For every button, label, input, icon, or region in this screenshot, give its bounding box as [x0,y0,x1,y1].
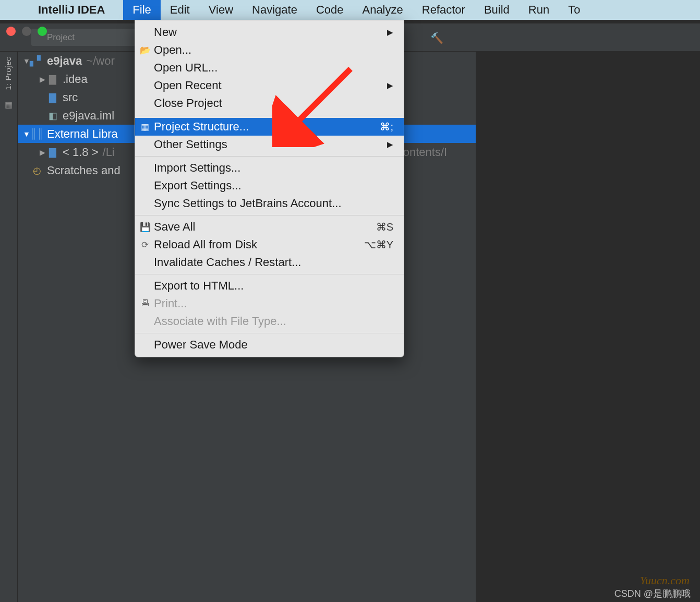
structure-tool-icon[interactable]: ▦ [0,100,17,110]
menu-item-other-settings[interactable]: Other Settings ▶ [135,136,404,153]
libraries-icon: ║║ [31,129,43,139]
menu-shortcut: ⌘; [380,121,393,133]
menu-label: Reload All from Disk [154,238,257,251]
menubar-item-analyze[interactable]: Analyze [353,0,412,20]
menu-label: New [154,26,177,39]
submenu-arrow-icon: ▶ [387,28,393,37]
project-tool-window-tab[interactable]: 1: Projec [4,57,13,90]
chevron-right-icon[interactable] [38,148,47,156]
macos-menubar: IntelliJ IDEA File Edit View Navigate Co… [0,0,700,20]
menu-item-export-settings[interactable]: Export Settings... [135,177,404,195]
menu-label: Print... [154,297,187,310]
menu-separator [135,115,404,115]
menu-item-associate-filetype: Associate with File Type... [135,312,404,330]
menu-separator [135,156,404,156]
submenu-arrow-icon: ▶ [387,140,393,149]
menu-label: Import Settings... [154,161,240,175]
project-selector-label: Project [47,32,75,43]
menubar-item-run[interactable]: Run [519,0,559,20]
watermark-csdn: CSDN @是鹏鹏哦 [614,587,691,600]
menubar-item-navigate[interactable]: Navigate [243,0,307,20]
menu-item-power-save[interactable]: Power Save Mode [135,336,404,354]
tree-label: e9java.iml [63,109,114,123]
minimize-window-button[interactable] [22,27,31,36]
menu-item-open[interactable]: 📂 Open... [135,41,404,59]
submenu-arrow-icon: ▶ [387,81,393,90]
save-icon: 💾 [139,222,151,233]
menu-label: Open URL... [154,61,218,75]
menu-item-close-project[interactable]: Close Project [135,94,404,112]
menu-item-import-settings[interactable]: Import Settings... [135,159,404,177]
tree-path: ~/wor [86,54,114,68]
scratches-icon: ◴ [31,165,43,176]
source-folder-icon: ▇ [47,92,58,103]
menu-shortcut: ⌥⌘Y [364,238,393,251]
menu-item-open-recent[interactable]: Open Recent ▶ [135,77,404,94]
build-icon[interactable]: 🔨 [430,32,443,44]
menu-label: Export Settings... [154,179,242,192]
menu-separator [135,333,404,333]
menu-item-save-all[interactable]: 💾 Save All ⌘S [135,218,404,236]
menu-separator [135,215,404,215]
reload-icon: ⟳ [139,239,151,250]
menubar-item-code[interactable]: Code [307,0,353,20]
menubar-item-file[interactable]: File [123,0,160,20]
menu-item-sync-jetbrains[interactable]: Sync Settings to JetBrains Account... [135,195,404,212]
chevron-right-icon[interactable] [38,75,47,83]
project-structure-icon: ▦ [139,122,151,133]
menu-label: Sync Settings to JetBrains Account... [154,197,342,210]
menu-label: Invalidate Caches / Restart... [154,256,301,269]
menu-item-print: 🖶 Print... [135,295,404,312]
open-icon: 📂 [139,45,151,56]
menubar-item-build[interactable]: Build [475,0,519,20]
folder-icon: ▖▘ [31,56,43,66]
tree-label: External Libra [47,127,118,141]
menu-shortcut: ⌘S [376,221,393,233]
jdk-icon: ▇ [47,147,58,158]
window-traffic-lights [6,27,47,36]
menu-item-new[interactable]: New ▶ [135,23,404,41]
menubar-item-view[interactable]: View [199,0,243,20]
menu-label: Other Settings [154,138,227,151]
folder-icon: ▇ [47,74,58,85]
menu-label: Power Save Mode [154,338,248,352]
menu-label: Open... [154,43,191,57]
tree-label: < 1.8 > [63,146,99,159]
menu-label: Open Recent [154,79,222,92]
menu-label: Export to HTML... [154,279,244,293]
left-tool-stripe: 1: Projec ▦ [0,52,18,602]
menu-item-reload-disk[interactable]: ⟳ Reload All from Disk ⌥⌘Y [135,236,404,254]
menu-item-project-structure[interactable]: ▦ Project Structure... ⌘; [135,118,404,136]
menu-item-invalidate-caches[interactable]: Invalidate Caches / Restart... [135,254,404,271]
menu-item-open-url[interactable]: Open URL... [135,59,404,77]
menubar-item-edit[interactable]: Edit [161,0,199,20]
print-icon: 🖶 [139,298,151,309]
watermark-site: Yuucn.com [640,574,690,587]
tree-label: .idea [63,73,88,86]
zoom-window-button[interactable] [38,27,47,36]
menu-separator [135,274,404,274]
close-window-button[interactable] [6,27,16,36]
app-name: IntelliJ IDEA [38,3,105,17]
project-selector[interactable]: Project [31,29,136,46]
module-file-icon: ◧ [47,111,58,121]
tree-label: Scratches and [47,164,120,177]
menu-label: Close Project [154,97,222,110]
menu-label: Project Structure... [154,120,249,134]
tree-label: src [63,91,78,104]
menu-label: Save All [154,220,196,234]
file-menu-dropdown: New ▶ 📂 Open... Open URL... Open Recent … [135,20,404,357]
menubar-item-tools-truncated[interactable]: To [559,0,589,20]
menu-label: Associate with File Type... [154,315,286,328]
menu-item-export-html[interactable]: Export to HTML... [135,277,404,295]
tree-label: e9java [47,54,82,68]
tree-path: /Li [103,146,115,159]
menubar-item-refactor[interactable]: Refactor [413,0,475,20]
editor-area [476,52,700,602]
